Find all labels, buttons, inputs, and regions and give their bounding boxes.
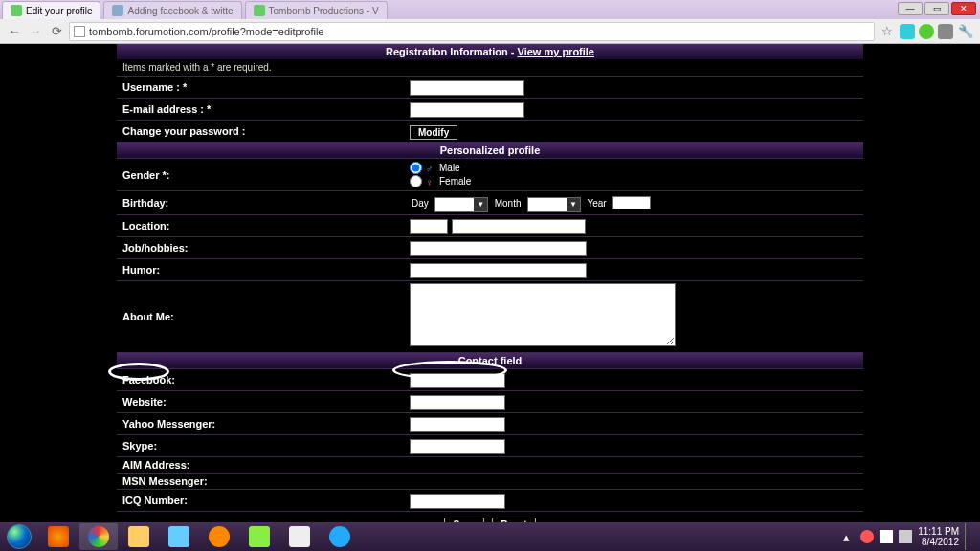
clock-date: 8/4/2012 [918,537,959,547]
label-yahoo: Yahoo Messenger: [117,412,404,434]
label-facebook: Facebook: [117,368,404,390]
taskbar-clock[interactable]: 11:11 PM 8/4/2012 [918,526,959,547]
browser-tab-strip: Edit your profile Adding facebook & twit… [0,0,980,19]
male-icon: ♂ [426,164,435,173]
clock-time: 11:11 PM [918,526,959,537]
label-about: About Me: [117,280,404,352]
tray-show-hidden-icon[interactable]: ▴ [837,528,855,545]
favicon-icon [11,5,22,16]
taskbar-item-skype[interactable] [321,523,359,550]
favicon-icon [254,5,265,16]
skype-input[interactable] [410,439,505,454]
taskbar-item-explorer[interactable] [120,523,158,550]
birthday-year-input[interactable] [612,196,651,209]
label-msn: MSN Messenger: [117,473,404,489]
label-job: Job/hobbies: [117,236,404,258]
browser-tab[interactable]: Tombomb Productions - V [245,1,388,19]
website-input[interactable] [410,395,505,410]
page-content: Registration Information - View my profi… [0,44,980,522]
windows-taskbar: ▴ 11:11 PM 8/4/2012 [0,522,980,551]
label-icq: ICQ Number: [117,489,404,511]
tray-volume-icon[interactable] [899,530,912,543]
icq-input[interactable] [410,494,505,509]
system-tray: ▴ 11:11 PM 8/4/2012 [830,523,980,550]
label-month: Month [495,198,522,209]
location-code-input[interactable] [410,219,448,234]
label-day: Day [412,198,429,209]
label-gender: Gender *: [117,159,404,191]
show-desktop-button[interactable] [965,523,972,550]
label-location: Location: [117,214,404,236]
windows-orb-icon [7,524,32,549]
facebook-input[interactable] [410,373,505,388]
start-button[interactable] [0,522,38,551]
tab-title: Adding facebook & twitte [127,6,233,16]
birthday-month-select[interactable]: ▼ [527,197,581,212]
section-header-personalized: Personalized profile [117,143,863,158]
favicon-icon [112,5,123,16]
extension-icon[interactable] [919,24,934,39]
label-year: Year [587,198,606,209]
label-humor: Humor: [117,258,404,280]
extension-icon[interactable] [900,24,915,39]
chevron-down-icon: ▼ [567,198,580,211]
humor-input[interactable] [410,263,587,278]
taskbar-item-app[interactable] [240,523,278,550]
modify-button[interactable]: Modify [410,125,457,140]
taskbar-item-paint[interactable] [280,523,319,550]
job-input[interactable] [410,241,587,256]
label-website: Website: [117,390,404,412]
tab-title: Tombomb Productions - V [269,6,379,16]
gender-male-radio[interactable] [410,162,422,174]
bookmark-star-icon[interactable]: ☆ [879,23,896,40]
taskbar-item-firefox[interactable] [39,523,78,550]
label-change-password: Change your password : [117,121,404,143]
taskbar-item-wmp[interactable] [200,523,238,550]
browser-tab[interactable]: Adding facebook & twitte [103,1,241,19]
label-email: E-mail address : * [117,99,404,121]
female-icon: ♀ [426,177,435,187]
label-female: Female [439,176,471,187]
url-text: tombomb.forumotion.com/profile?mode=edit… [89,26,324,37]
taskbar-item-messenger[interactable] [160,523,198,550]
label-username: Username : * [117,77,404,99]
label-skype: Skype: [117,434,404,456]
username-input[interactable] [410,80,524,96]
reload-button[interactable]: ⟳ [48,23,65,40]
required-note: Items marked with a * are required. [117,59,863,76]
label-male: Male [439,163,460,173]
address-bar[interactable]: tombomb.forumotion.com/profile?mode=edit… [69,22,875,41]
section-header-contact: Contact field [117,353,863,368]
browser-toolbar: ← → ⟳ tombomb.forumotion.com/profile?mod… [0,19,980,44]
window-maximize-button[interactable]: ▭ [924,2,949,15]
chevron-down-icon: ▼ [474,198,487,211]
section-title: Registration Information - [386,46,518,57]
view-profile-link[interactable]: View my profile [518,46,595,57]
about-textarea[interactable] [410,283,676,346]
location-input[interactable] [452,219,586,234]
back-button[interactable]: ← [6,23,23,40]
wrench-icon[interactable]: 🔧 [957,23,974,40]
page-icon [74,26,85,37]
birthday-day-select[interactable]: ▼ [434,197,488,212]
window-close-button[interactable]: ✕ [951,2,976,15]
window-minimize-button[interactable]: — [898,2,923,15]
gender-female-radio[interactable] [410,175,422,187]
forward-button[interactable]: → [27,23,44,40]
tray-icon[interactable] [860,530,874,543]
tab-title: Edit your profile [26,6,92,16]
tray-network-icon[interactable] [880,530,893,543]
label-birthday: Birthday: [117,191,404,215]
label-aim: AIM Address: [117,456,404,473]
extension-icon[interactable] [938,24,953,39]
section-header-registration: Registration Information - View my profi… [117,44,863,59]
taskbar-item-chrome[interactable] [79,523,118,550]
yahoo-input[interactable] [410,417,505,432]
browser-tab-active[interactable]: Edit your profile [2,1,100,19]
email-input[interactable] [410,102,524,118]
